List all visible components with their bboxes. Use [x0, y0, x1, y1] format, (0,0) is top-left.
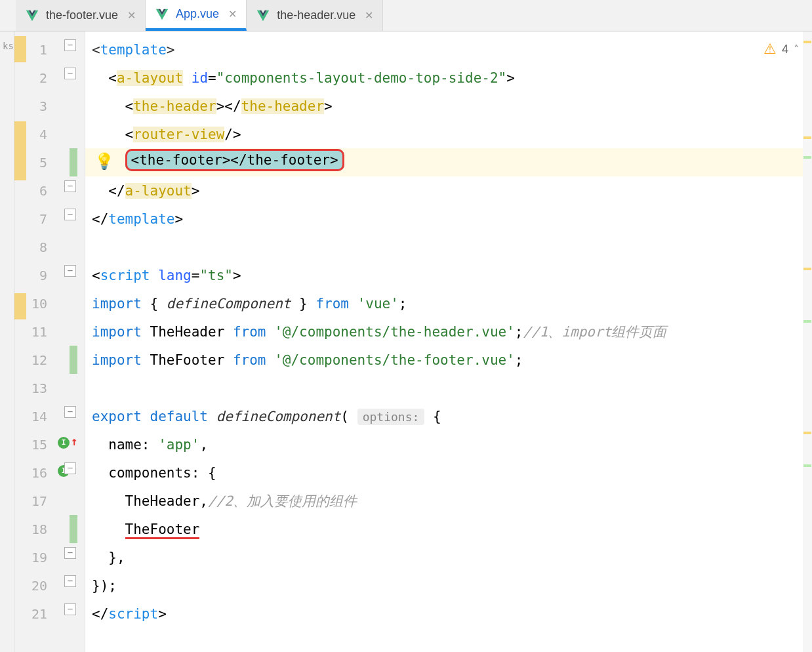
vue-icon	[25, 9, 39, 23]
fold-handle-icon[interactable]: −	[64, 209, 76, 220]
inspection-summary[interactable]: ⚠ 4 ˄	[763, 41, 799, 58]
code-line: import TheHeader from '@/components/the-…	[92, 325, 666, 339]
fold-handle-icon[interactable]: −	[64, 180, 76, 192]
editor-area: ks 1 2 3 4 5 6 7 8 9 10 11 12 13 14 15 1…	[0, 31, 812, 652]
code-line: });	[92, 579, 117, 593]
line-number: 11	[14, 325, 47, 338]
line-number: 21	[14, 607, 47, 621]
selected-text: <the-footer></the-footer>	[125, 149, 344, 171]
tab-label: the-footer.vue	[46, 9, 118, 22]
code-line: },	[92, 551, 125, 565]
close-icon[interactable]: ✕	[127, 9, 136, 22]
scrollbar-marker	[803, 320, 811, 323]
line-number: 3	[14, 100, 47, 113]
line-number: 5	[14, 156, 47, 169]
code-line: export default defineComponent( options:…	[92, 410, 441, 424]
tab-the-footer[interactable]: the-footer.vue ✕	[16, 0, 146, 31]
fold-handle-icon[interactable]: −	[64, 575, 76, 587]
line-number: 1	[14, 43, 47, 56]
close-icon[interactable]: ✕	[365, 9, 373, 22]
code-line: </a-layout>	[92, 184, 199, 198]
line-number: 19	[14, 551, 47, 564]
scrollbar-marker	[803, 41, 811, 43]
tab-label: the-header.vue	[277, 9, 355, 22]
vue-icon	[256, 9, 270, 23]
line-number: 13	[14, 382, 47, 395]
line-number: 16	[14, 466, 47, 479]
vcs-add-marker	[70, 515, 77, 543]
fold-handle-icon[interactable]: −	[64, 68, 76, 79]
line-number: 9	[14, 269, 47, 282]
line-number: 7	[14, 213, 47, 226]
vue-icon	[155, 7, 169, 22]
code-line: <the-header></the-header>	[92, 100, 333, 113]
parameter-hint: options:	[357, 409, 425, 425]
fold-handle-icon[interactable]: −	[64, 39, 76, 51]
gutter-implements-icon[interactable]: I	[58, 437, 70, 449]
vcs-add-marker	[70, 148, 77, 176]
line-number: 12	[14, 354, 47, 367]
scrollbar-marker	[803, 268, 811, 270]
code-line: TheHeader,//2、加入要使用的组件	[92, 495, 357, 508]
line-number: 6	[14, 184, 47, 197]
tab-the-header[interactable]: the-header.vue ✕	[247, 0, 383, 31]
code-line: <a-layout id="components-layout-demo-top…	[92, 71, 515, 85]
line-number: 15	[14, 438, 47, 451]
line-number: 14	[14, 410, 47, 423]
code-line: components: {	[92, 466, 216, 480]
line-number: 4	[14, 128, 47, 141]
line-number: 2	[14, 71, 47, 85]
scrollbar-marker	[803, 136, 811, 139]
line-number: 8	[14, 241, 47, 254]
warning-icon: ⚠	[763, 41, 777, 58]
line-number: 20	[14, 579, 47, 592]
chevron-up-icon[interactable]: ˄	[794, 43, 799, 56]
code-line: name: 'app',	[92, 438, 208, 452]
code-line: </script>	[92, 607, 167, 621]
fold-handle-icon[interactable]: −	[64, 406, 76, 418]
left-strip-label: ks	[3, 41, 14, 51]
gutter-arrow-up-icon: ↑	[71, 434, 78, 448]
fold-handle-icon[interactable]: −	[64, 265, 76, 277]
code-area[interactable]: 💡 <template> <a-layout id="components-la…	[85, 31, 812, 652]
line-number: 17	[14, 495, 47, 508]
code-line: import TheFooter from '@/components/the-…	[92, 354, 523, 367]
scrollbar-marker	[803, 464, 811, 467]
code-line: TheFooter	[92, 523, 199, 537]
scrollbar[interactable]	[803, 31, 812, 652]
code-line: import { defineComponent } from 'vue';	[92, 297, 407, 311]
fold-handle-icon[interactable]: −	[64, 547, 76, 559]
tab-app[interactable]: App.vue ✕	[146, 0, 247, 31]
line-number: 10	[14, 297, 47, 310]
left-sidebar-strip: ks	[0, 31, 14, 652]
intention-bulb-icon[interactable]: 💡	[94, 152, 114, 171]
warning-count: 4	[782, 43, 788, 56]
code-line: <script lang="ts">	[92, 269, 241, 283]
scrollbar-marker	[803, 432, 811, 434]
code-line: </template>	[92, 213, 183, 226]
scrollbar-marker	[803, 156, 811, 159]
code-line: <template>	[92, 43, 174, 57]
code-line: <the-footer></the-footer>	[92, 153, 344, 167]
close-icon[interactable]: ✕	[228, 8, 237, 20]
tab-label: App.vue	[176, 7, 219, 21]
line-number: 18	[14, 523, 47, 536]
fold-handle-icon[interactable]: −	[64, 603, 76, 615]
vcs-add-marker	[70, 346, 77, 374]
fold-handle-icon[interactable]: −	[64, 462, 76, 474]
error-underline: TheFooter	[125, 521, 200, 539]
code-line: <router-view/>	[92, 128, 241, 142]
editor-tabs: the-footer.vue ✕ App.vue ✕ the-header.vu…	[0, 0, 812, 31]
